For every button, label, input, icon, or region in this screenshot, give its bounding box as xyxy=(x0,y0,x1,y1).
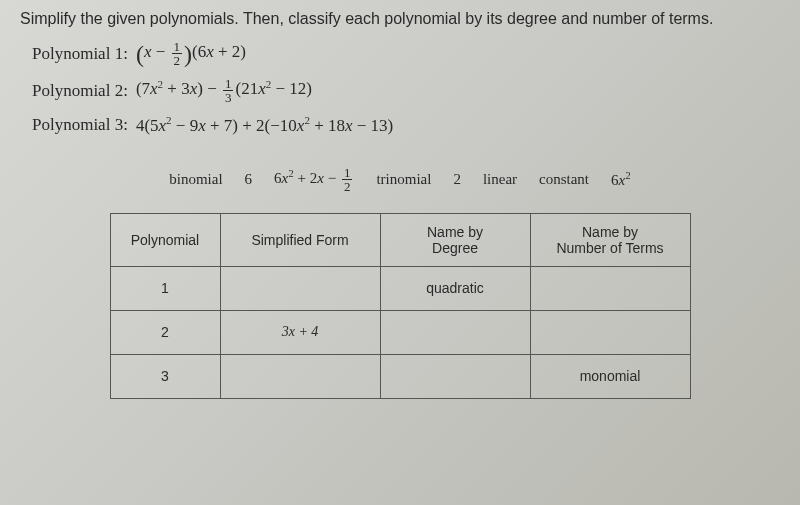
polynomial-2: Polynomial 2: (7x2 + 3x) − 13(21x2 − 12) xyxy=(32,77,780,104)
row1-degree[interactable]: quadratic xyxy=(380,266,530,310)
wb-trinomial[interactable]: trinomial xyxy=(376,171,431,188)
header-terms: Name byNumber of Terms xyxy=(530,213,690,266)
row3-form[interactable] xyxy=(220,354,380,398)
poly1-expression: (x − 12)(6x + 2) xyxy=(136,40,246,67)
poly2-label: Polynomial 2: xyxy=(32,81,128,101)
row2-degree[interactable] xyxy=(380,310,530,354)
wb-2[interactable]: 2 xyxy=(453,171,461,188)
polynomial-3: Polynomial 3: 4(5x2 − 9x + 7) + 2(−10x2 … xyxy=(32,114,780,136)
header-polynomial: Polynomial xyxy=(110,213,220,266)
classification-table: Polynomial Simplified Form Name byDegree… xyxy=(110,213,691,399)
wb-constant[interactable]: constant xyxy=(539,171,589,188)
wb-linear[interactable]: linear xyxy=(483,171,517,188)
row1-form[interactable] xyxy=(220,266,380,310)
table-row: 2 3x + 4 xyxy=(110,310,690,354)
wb-binomial[interactable]: binomial xyxy=(169,171,222,188)
table-row: 1 quadratic xyxy=(110,266,690,310)
polynomial-1: Polynomial 1: (x − 12)(6x + 2) xyxy=(32,40,780,67)
poly2-expression: (7x2 + 3x) − 13(21x2 − 12) xyxy=(136,77,312,104)
row3-degree[interactable] xyxy=(380,354,530,398)
wb-expression-2[interactable]: 6x2 xyxy=(611,169,631,189)
poly3-expression: 4(5x2 − 9x + 7) + 2(−10x2 + 18x − 13) xyxy=(136,114,393,136)
row2-terms[interactable] xyxy=(530,310,690,354)
table-header-row: Polynomial Simplified Form Name byDegree… xyxy=(110,213,690,266)
row3-num: 3 xyxy=(110,354,220,398)
row3-terms[interactable]: monomial xyxy=(530,354,690,398)
row2-form[interactable]: 3x + 4 xyxy=(220,310,380,354)
poly3-label: Polynomial 3: xyxy=(32,115,128,135)
header-simplified: Simplified Form xyxy=(220,213,380,266)
header-degree: Name byDegree xyxy=(380,213,530,266)
poly1-label: Polynomial 1: xyxy=(32,44,128,64)
row2-num: 2 xyxy=(110,310,220,354)
row1-terms[interactable] xyxy=(530,266,690,310)
wb-expression-1[interactable]: 6x2 + 2x − 12 xyxy=(274,166,354,193)
word-bank: binomial 6 6x2 + 2x − 12 trinomial 2 lin… xyxy=(20,166,780,193)
table-row: 3 monomial xyxy=(110,354,690,398)
instruction-text: Simplify the given polynomials. Then, cl… xyxy=(20,10,780,28)
row1-num: 1 xyxy=(110,266,220,310)
wb-6[interactable]: 6 xyxy=(245,171,253,188)
